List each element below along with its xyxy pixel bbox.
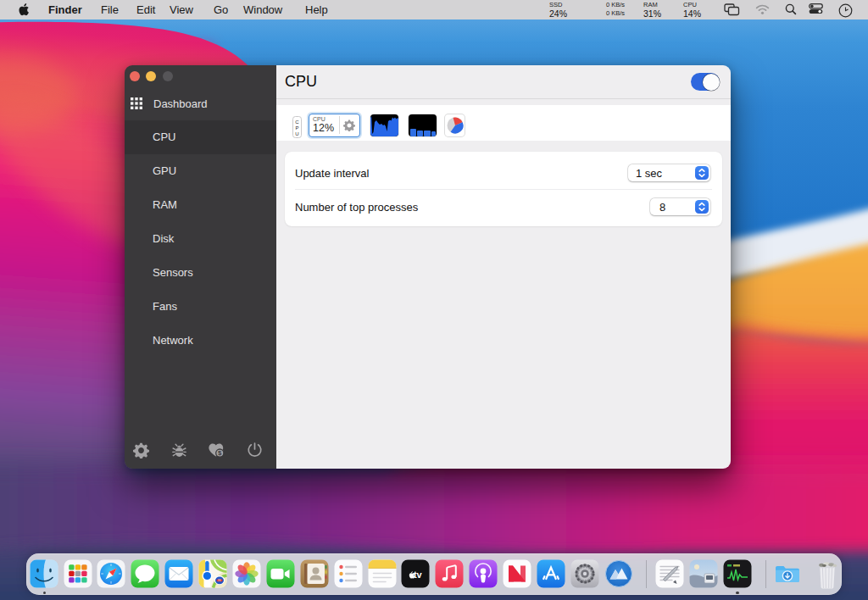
svg-text:tv: tv [414, 569, 423, 580]
svg-text:$: $ [218, 449, 222, 457]
svg-text:280: 280 [218, 579, 222, 582]
